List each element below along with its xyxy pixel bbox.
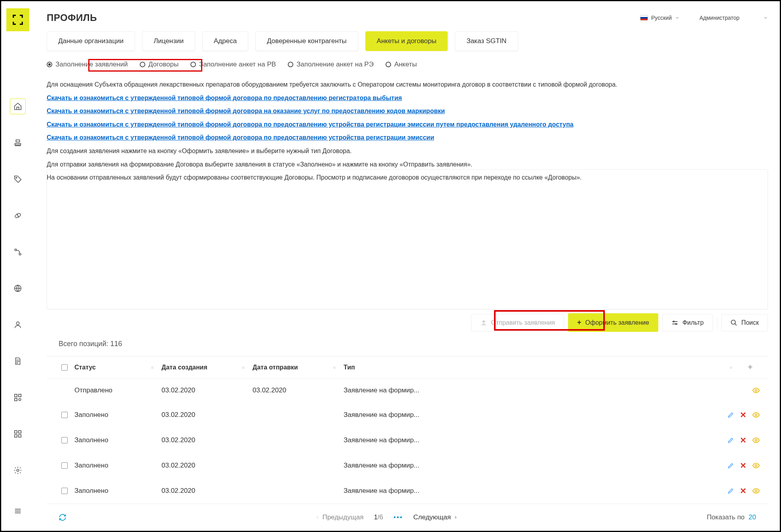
info-para-1: Для создания заявления нажмите на кнопку… xyxy=(47,144,768,158)
radio-option-3[interactable]: Заполнение анкет на РЭ xyxy=(288,61,374,68)
delete-icon[interactable]: ✕ xyxy=(740,486,747,496)
col-created-header: Дата создания xyxy=(162,364,207,371)
cell-type: Заявление на формир... xyxy=(344,436,705,444)
filter-button[interactable]: Фильтр xyxy=(662,314,713,331)
info-intro: Для оснащения Субъекта обращения лекарст… xyxy=(47,78,768,91)
col-sent-header: Дата отправки xyxy=(253,364,298,371)
svg-point-15 xyxy=(17,469,19,471)
radio-icon xyxy=(386,62,391,67)
info-block: Для оснащения Субъекта обращения лекарст… xyxy=(47,78,768,184)
prev-label: Предыдущая xyxy=(322,513,363,521)
nav-grid2-icon[interactable] xyxy=(10,426,26,442)
view-icon[interactable] xyxy=(752,462,760,470)
row-checkbox[interactable] xyxy=(61,412,68,418)
cell-created: 03.02.2020 xyxy=(162,386,253,394)
radio-option-2[interactable]: Заполнение анкет на РВ xyxy=(190,61,276,68)
next-page-button[interactable]: Следующая xyxy=(413,513,458,521)
radio-option-0[interactable]: Заполнение заявлений xyxy=(47,61,128,68)
delete-icon[interactable]: ✕ xyxy=(740,435,747,445)
search-button[interactable]: Поиск xyxy=(721,314,768,331)
sort-icon[interactable]: ≡ xyxy=(333,365,336,370)
table-row: Заполнено03.02.2020Заявление на формир..… xyxy=(47,478,768,504)
edit-icon[interactable] xyxy=(727,437,734,444)
data-card xyxy=(47,169,768,309)
nav-tag-icon[interactable] xyxy=(10,171,26,187)
cell-type: Заявление на формир... xyxy=(344,487,705,495)
info-para-3: На основании отправленных заявлений буду… xyxy=(47,171,768,184)
tab-5[interactable]: Заказ SGTIN xyxy=(455,31,518,51)
cell-created: 03.02.2020 xyxy=(162,487,253,495)
user-role-selector[interactable]: Администратор xyxy=(699,15,768,21)
applications-table: Статус≡ Дата создания≡ Дата отправки≡ Ти… xyxy=(47,356,768,504)
edit-icon[interactable] xyxy=(727,462,734,469)
tab-1[interactable]: Лицензии xyxy=(142,31,195,51)
nav-globe-icon[interactable] xyxy=(10,280,26,296)
download-link-1[interactable]: Скачать и ознакомиться с утвержденной ти… xyxy=(47,104,445,118)
svg-rect-11 xyxy=(15,431,17,433)
table-row: Отправлено03.02.202003.02.2020Заявление … xyxy=(47,379,768,402)
prev-page-button[interactable]: Предыдущая xyxy=(315,513,363,521)
sort-icon[interactable]: ≡ xyxy=(730,365,732,370)
edit-icon[interactable] xyxy=(727,487,734,494)
nav-user-icon[interactable] xyxy=(10,317,26,333)
view-icon[interactable] xyxy=(752,436,760,444)
send-button-label: Отправить заявления xyxy=(491,319,555,326)
delete-icon[interactable]: ✕ xyxy=(740,461,747,470)
next-label: Следующая xyxy=(413,513,451,521)
radio-option-1[interactable]: Договоры xyxy=(140,61,179,68)
tab-4[interactable]: Анкеты и договоры xyxy=(365,31,448,51)
tabs: Данные организацииЛицензииАдресаДоверенн… xyxy=(47,31,768,51)
radio-label: Заполнение анкет на РЭ xyxy=(296,61,374,68)
svg-point-10 xyxy=(19,398,21,401)
nav-route-icon[interactable] xyxy=(10,244,26,260)
download-link-0[interactable]: Скачать и ознакомиться с утвержденной ти… xyxy=(47,91,402,105)
edit-icon[interactable] xyxy=(727,411,734,418)
refresh-button[interactable] xyxy=(59,513,67,521)
radio-group: Заполнение заявленийДоговорыЗаполнение а… xyxy=(47,61,768,68)
col-status-header: Статус xyxy=(74,364,96,371)
tab-0[interactable]: Данные организации xyxy=(47,31,135,51)
nav-home-icon[interactable] xyxy=(10,98,26,114)
svg-point-26 xyxy=(755,414,757,416)
view-icon[interactable] xyxy=(752,386,760,394)
view-icon[interactable] xyxy=(752,411,760,419)
cell-status: Отправлено xyxy=(74,386,162,394)
sort-icon[interactable]: ≡ xyxy=(242,365,245,370)
create-application-button[interactable]: + Оформить заявление xyxy=(568,313,658,332)
nav-settings-icon[interactable] xyxy=(10,462,26,478)
search-icon xyxy=(730,319,737,326)
chevron-left-icon xyxy=(315,515,320,520)
nav-document-icon[interactable] xyxy=(10,353,26,369)
page-more[interactable]: ••• xyxy=(393,513,403,521)
row-checkbox[interactable] xyxy=(61,462,68,469)
nav-menu-icon[interactable] xyxy=(10,503,26,519)
language-selector[interactable]: Русский xyxy=(640,15,680,21)
delete-icon[interactable]: ✕ xyxy=(740,410,747,420)
add-column-button[interactable]: + xyxy=(740,363,760,372)
nav-stamp-icon[interactable] xyxy=(10,135,26,151)
svg-line-24 xyxy=(735,324,737,326)
svg-point-28 xyxy=(755,465,757,467)
sort-icon[interactable]: ≡ xyxy=(151,365,154,370)
send-applications-button[interactable]: Отправить заявления xyxy=(471,314,564,331)
download-link-3[interactable]: Скачать и ознакомиться с утвержденной ти… xyxy=(47,131,434,144)
cell-type: Заявление на формир... xyxy=(344,386,705,394)
svg-point-25 xyxy=(755,390,757,392)
svg-point-21 xyxy=(673,321,674,322)
row-checkbox[interactable] xyxy=(61,437,68,443)
view-icon[interactable] xyxy=(752,487,760,495)
select-all-checkbox[interactable] xyxy=(61,364,68,371)
svg-point-29 xyxy=(755,490,757,492)
svg-rect-9 xyxy=(15,398,17,401)
page-size-value[interactable]: 20 xyxy=(749,513,756,521)
radio-label: Договоры xyxy=(148,61,179,68)
download-link-2[interactable]: Скачать и ознакомиться с утвержденной ти… xyxy=(47,118,574,131)
page-title: ПРОФИЛЬ xyxy=(47,12,97,23)
nav-grid1-icon[interactable] xyxy=(10,390,26,405)
nav-pill-icon[interactable] xyxy=(10,208,26,223)
tab-3[interactable]: Доверенные контрагенты xyxy=(255,31,358,51)
cell-actions: ✕ xyxy=(705,486,760,496)
row-checkbox[interactable] xyxy=(61,488,68,494)
radio-option-4[interactable]: Анкеты xyxy=(386,61,417,68)
tab-2[interactable]: Адреса xyxy=(202,31,248,51)
